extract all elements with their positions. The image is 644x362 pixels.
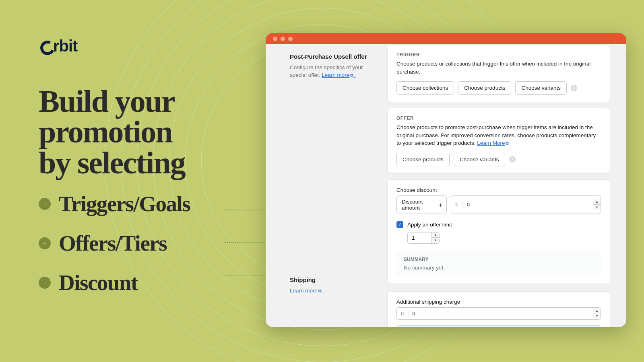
offer-limit-label: Apply an offer limit [407, 222, 452, 228]
external-link-icon: ⧉ [350, 72, 353, 78]
sidebar-description: Configure the specifics of your special … [290, 64, 370, 79]
sidebar: Post-Purchase Upsell offer Configure the… [266, 44, 378, 327]
card-label: OFFER [396, 115, 601, 121]
offer-card: OFFER Choose products to promote post-pu… [387, 108, 610, 174]
shipping-learn-more-link[interactable]: Learn more⧉ [290, 288, 323, 294]
shipping-field-label: Additional shipping charge [396, 299, 601, 305]
summary-label: SUMMARY [404, 257, 594, 262]
learn-more-link[interactable]: Learn more⧉ [322, 72, 355, 78]
help-icon[interactable]: ? [509, 156, 516, 162]
caret-icon: ▴▾ [440, 203, 442, 207]
headline-line: by selecting [39, 148, 185, 178]
discount-type-select[interactable]: Discount amount ▴▾ [396, 195, 447, 214]
offer-limit-input[interactable]: 1 ▲▼ [407, 232, 440, 244]
info-banner [396, 325, 601, 327]
bullet-list: → Triggers/Goals → Offers/Tiers → Discou… [39, 191, 190, 295]
offer-choose-products-button[interactable]: Choose products [396, 153, 450, 166]
window-close-icon[interactable] [273, 37, 277, 41]
window-minimize-icon[interactable] [281, 37, 285, 41]
help-icon[interactable]: ? [571, 85, 577, 91]
trigger-card: TRIGGER Choose products or collections t… [387, 44, 610, 102]
arrow-right-icon: → [39, 198, 51, 210]
summary-box: SUMMARY No summary yet. [396, 251, 601, 276]
number-spinner[interactable]: ▲▼ [431, 232, 439, 243]
discount-card: Choose discount Discount amount ▴▾ € 0 ▲… [387, 179, 610, 284]
choose-variants-button[interactable]: Choose variants [515, 81, 567, 95]
offer-limit-checkbox[interactable]: ✓ [396, 221, 403, 228]
window-titlebar [266, 33, 626, 44]
main-content: TRIGGER Choose products or collections t… [378, 44, 626, 327]
discount-label: Choose discount [396, 187, 601, 193]
logo-text: rbit [53, 37, 77, 55]
summary-text: No summary yet. [404, 265, 594, 271]
number-spinner[interactable]: ▲▼ [593, 308, 601, 319]
card-label: TRIGGER [396, 52, 601, 58]
discount-amount-input[interactable]: € 0 ▲▼ [451, 195, 601, 214]
shipping-amount-input[interactable]: € 0 ▲▼ [396, 307, 601, 320]
offer-choose-variants-button[interactable]: Choose variants [454, 153, 505, 166]
arrow-right-icon: → [39, 237, 51, 249]
app-window: Post-Purchase Upsell offer Configure the… [266, 33, 626, 327]
window-maximize-icon[interactable] [288, 37, 293, 41]
bullet-triggers: → Triggers/Goals [39, 191, 190, 216]
offer-learn-more-link[interactable]: Learn More⧉ [477, 140, 509, 146]
bullet-label: Offers/Tiers [59, 230, 167, 256]
shipping-card: Additional shipping charge € 0 ▲▼ [387, 291, 610, 327]
card-description: Choose products to promote post-purchase… [396, 123, 601, 147]
bullet-label: Triggers/Goals [59, 191, 190, 216]
number-spinner[interactable]: ▲▼ [593, 200, 601, 210]
external-link-icon: ⧉ [506, 140, 509, 147]
choose-collections-button[interactable]: Choose collections [396, 81, 454, 95]
sidebar-title: Post-Purchase Upsell offer [290, 53, 370, 60]
headline-line: Build your [39, 86, 185, 117]
bullet-label: Discount [59, 270, 138, 295]
currency-prefix: € [397, 311, 409, 317]
bullet-offers: → Offers/Tiers [39, 230, 190, 256]
currency-prefix: € [451, 202, 463, 208]
arrow-right-icon: → [39, 277, 51, 289]
external-link-icon: ⧉ [318, 288, 322, 294]
headline: Build your promotion by selecting [39, 86, 185, 178]
choose-products-button[interactable]: Choose products [458, 81, 511, 95]
bullet-discount: → Discount [39, 270, 190, 295]
shipping-title: Shipping [290, 276, 370, 283]
brand-logo: rbit [40, 37, 77, 55]
headline-line: promotion [39, 117, 185, 147]
card-description: Choose products or collections that trig… [396, 60, 601, 76]
